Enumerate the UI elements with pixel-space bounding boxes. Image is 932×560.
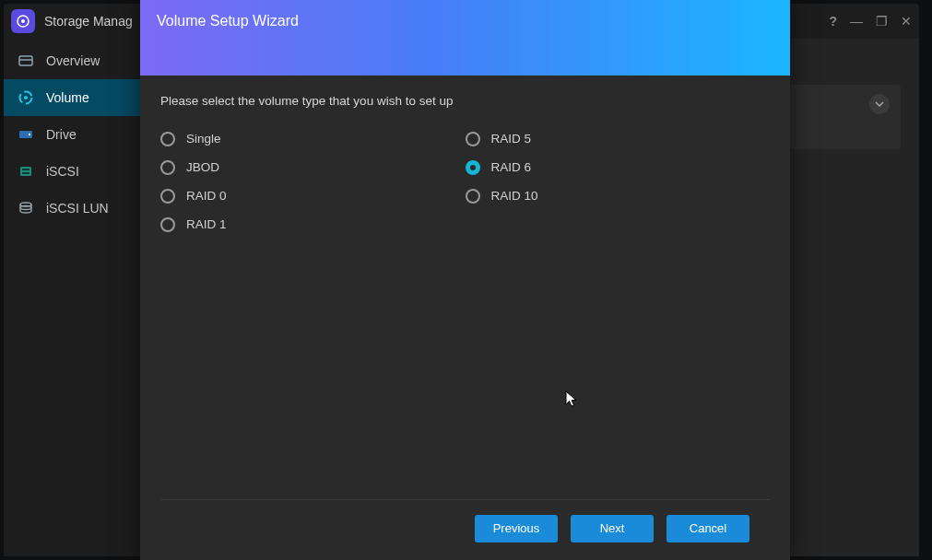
desktop: Storage Manag ? — ❐ ✕ Overview — [0, 0, 932, 560]
radio-label: RAID 5 — [491, 132, 532, 146]
radio-icon — [160, 217, 175, 232]
radio-label: Single — [186, 132, 221, 146]
option-raid5[interactable]: RAID 5 — [466, 124, 771, 153]
option-raid1[interactable]: RAID 1 — [160, 210, 466, 239]
option-raid10[interactable]: RAID 10 — [466, 181, 771, 210]
dialog-title: Volume Setup Wizard — [157, 13, 299, 29]
radio-label: RAID 10 — [491, 189, 538, 203]
next-button[interactable]: Next — [571, 515, 654, 542]
radio-icon — [160, 132, 175, 146]
radio-label: RAID 6 — [491, 160, 532, 174]
radio-icon — [160, 160, 175, 175]
option-single[interactable]: Single — [160, 124, 466, 153]
dialog-body: Please select the volume type that you w… — [140, 76, 790, 499]
options-left-column: Single JBOD RAID 0 RAID 1 — [160, 124, 466, 239]
previous-button[interactable]: Previous — [475, 515, 558, 542]
options-right-column: RAID 5 RAID 6 RAID 10 — [466, 124, 771, 239]
radio-icon — [466, 189, 480, 204]
radio-label: RAID 0 — [186, 189, 227, 203]
volume-type-options: Single JBOD RAID 0 RAID 1 — [160, 124, 770, 239]
volume-setup-wizard-dialog: Volume Setup Wizard Please select the vo… — [140, 0, 790, 560]
radio-icon — [160, 189, 175, 204]
dialog-footer: Previous Next Cancel — [160, 499, 770, 556]
cancel-button[interactable]: Cancel — [667, 515, 749, 542]
radio-icon — [466, 132, 480, 146]
dialog-prompt: Please select the volume type that you w… — [160, 94, 770, 108]
dialog-header: Volume Setup Wizard — [140, 0, 790, 76]
radio-icon — [466, 160, 480, 175]
radio-label: RAID 1 — [186, 217, 227, 231]
option-raid0[interactable]: RAID 0 — [160, 181, 466, 210]
modal-overlay: Volume Setup Wizard Please select the vo… — [0, 0, 932, 560]
option-jbod[interactable]: JBOD — [160, 153, 466, 181]
radio-label: JBOD — [186, 160, 219, 174]
option-raid6[interactable]: RAID 6 — [466, 153, 771, 181]
